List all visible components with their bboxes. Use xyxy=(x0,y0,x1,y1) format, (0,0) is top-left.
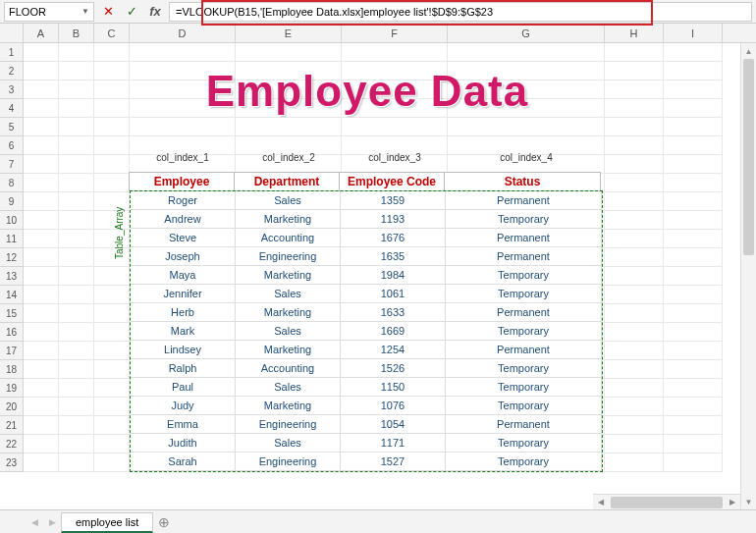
cell[interactable] xyxy=(605,192,664,211)
cell[interactable] xyxy=(664,99,723,118)
table-cell[interactable]: Permanent xyxy=(446,229,602,247)
row-header[interactable]: 20 xyxy=(0,398,24,416)
row-header[interactable]: 10 xyxy=(0,211,24,230)
cell[interactable] xyxy=(664,62,723,80)
cell[interactable] xyxy=(94,323,130,342)
row-header[interactable]: 13 xyxy=(0,267,24,286)
table-cell[interactable]: 1061 xyxy=(341,285,446,303)
cell[interactable] xyxy=(664,267,723,286)
table-row[interactable]: EmmaEngineering1054Permanent xyxy=(131,415,602,434)
cell[interactable] xyxy=(664,80,723,99)
cell[interactable] xyxy=(664,304,723,323)
cell[interactable] xyxy=(664,248,723,267)
cell[interactable] xyxy=(94,286,130,304)
cell[interactable] xyxy=(664,379,723,398)
cell[interactable] xyxy=(664,416,723,435)
table-row[interactable]: SarahEngineering1527Temporary xyxy=(131,453,602,471)
table-row[interactable]: JenniferSales1061Temporary xyxy=(131,285,602,303)
grid-area[interactable]: 1234567891011121314151617181920212223 Em… xyxy=(0,43,756,505)
column-header[interactable]: B xyxy=(59,24,94,42)
table-row[interactable]: HerbMarketing1633Permanent xyxy=(131,303,602,322)
cell[interactable] xyxy=(94,99,130,118)
cell[interactable] xyxy=(94,398,130,416)
cell[interactable] xyxy=(664,118,723,136)
column-header[interactable]: H xyxy=(605,24,664,42)
table-cell[interactable]: Andrew xyxy=(131,210,236,229)
cell[interactable] xyxy=(605,379,664,398)
cell[interactable] xyxy=(24,398,59,416)
table-cell[interactable]: Marketing xyxy=(236,210,341,229)
row-header[interactable]: 17 xyxy=(0,342,24,360)
cell[interactable] xyxy=(664,323,723,342)
table-cell[interactable]: Engineering xyxy=(236,415,341,434)
table-cell[interactable]: Permanent xyxy=(446,247,602,266)
cell[interactable] xyxy=(664,342,723,360)
cell[interactable] xyxy=(59,342,94,360)
cell[interactable] xyxy=(59,80,94,99)
scrollbar-thumb[interactable] xyxy=(611,497,723,508)
column-header[interactable]: G xyxy=(448,24,605,42)
row-header[interactable]: 3 xyxy=(0,80,24,99)
table-cell[interactable]: Temporary xyxy=(446,397,602,415)
table-cell[interactable]: 1076 xyxy=(341,397,446,415)
cell[interactable] xyxy=(605,136,664,155)
row-header[interactable]: 23 xyxy=(0,453,24,472)
table-cell[interactable]: Sales xyxy=(236,378,341,397)
column-header[interactable]: D xyxy=(130,24,236,42)
table-cell[interactable]: Sales xyxy=(236,191,341,210)
row-header[interactable]: 2 xyxy=(0,62,24,80)
cell[interactable] xyxy=(24,360,59,379)
cell[interactable] xyxy=(24,435,59,453)
table-cell[interactable]: Sales xyxy=(236,434,341,453)
column-header[interactable]: C xyxy=(94,24,130,42)
cell[interactable] xyxy=(94,118,130,136)
column-header[interactable]: E xyxy=(236,24,342,42)
cell[interactable] xyxy=(94,62,130,80)
cell[interactable] xyxy=(94,453,130,472)
cell[interactable] xyxy=(59,360,94,379)
table-cell[interactable]: 1527 xyxy=(341,453,446,471)
cell[interactable] xyxy=(664,43,723,62)
table-cell[interactable]: Paul xyxy=(131,378,236,397)
cell[interactable] xyxy=(664,286,723,304)
cell[interactable] xyxy=(94,360,130,379)
cell[interactable] xyxy=(24,62,59,80)
cell[interactable] xyxy=(94,416,130,435)
cell[interactable] xyxy=(59,62,94,80)
table-cell[interactable]: Maya xyxy=(131,266,236,285)
enter-icon[interactable]: ✓ xyxy=(122,2,141,22)
cell[interactable] xyxy=(664,435,723,453)
scroll-down-icon[interactable]: ▼ xyxy=(741,494,756,509)
cell[interactable] xyxy=(605,62,664,80)
table-cell[interactable]: 1171 xyxy=(341,434,446,453)
table-row[interactable]: RogerSales1359Permanent xyxy=(131,191,602,210)
cell[interactable] xyxy=(605,174,664,192)
row-header[interactable]: 21 xyxy=(0,416,24,435)
cell[interactable] xyxy=(664,453,723,472)
cell[interactable] xyxy=(605,80,664,99)
table-row[interactable]: SteveAccounting1676Permanent xyxy=(131,229,602,247)
cell[interactable] xyxy=(24,118,59,136)
fx-icon[interactable]: fx xyxy=(145,2,165,22)
table-cell[interactable]: Ralph xyxy=(131,359,236,378)
scroll-left-icon[interactable]: ◀ xyxy=(593,498,609,506)
table-cell[interactable]: Permanent xyxy=(446,191,602,210)
cell[interactable] xyxy=(24,99,59,118)
cell[interactable] xyxy=(24,155,59,174)
table-cell[interactable]: Sarah xyxy=(131,453,236,471)
row-header[interactable]: 15 xyxy=(0,304,24,323)
cell[interactable] xyxy=(59,136,94,155)
table-cell[interactable]: Judy xyxy=(131,397,236,415)
cell[interactable] xyxy=(24,453,59,472)
table-cell[interactable]: Jennifer xyxy=(131,285,236,303)
sheet-tab-active[interactable]: employee list xyxy=(61,512,153,534)
cell[interactable] xyxy=(59,304,94,323)
cell[interactable] xyxy=(59,379,94,398)
add-sheet-icon[interactable]: ⊕ xyxy=(153,511,175,533)
table-cell[interactable]: Emma xyxy=(131,415,236,434)
row-header[interactable]: 8 xyxy=(0,174,24,192)
formula-input[interactable]: =VLOOKUP(B15,'[Employee Data.xlsx]employ… xyxy=(169,2,752,22)
cell[interactable] xyxy=(59,99,94,118)
table-row[interactable]: PaulSales1150Temporary xyxy=(131,378,602,397)
row-header[interactable]: 22 xyxy=(0,435,24,453)
